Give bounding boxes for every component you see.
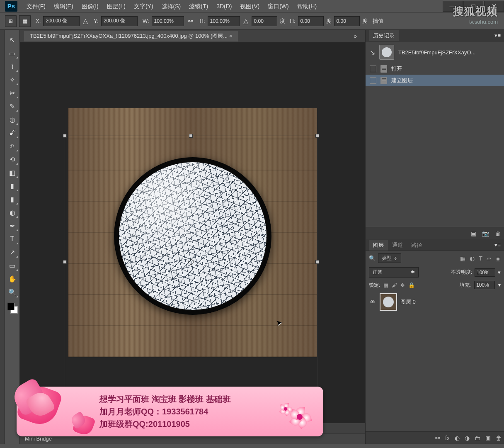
layer-effects-icon[interactable]: fx <box>445 435 450 441</box>
history-item-open[interactable]: 打开 <box>366 63 504 75</box>
gradient-tool[interactable]: ▮ <box>7 180 18 192</box>
filter-type-icon[interactable]: T <box>479 255 482 262</box>
paths-tab[interactable]: 路径 <box>407 240 426 251</box>
y-input[interactable] <box>101 16 138 26</box>
link-icon[interactable]: ⚯ <box>188 18 193 24</box>
h-input[interactable] <box>208 16 240 26</box>
lasso-tool[interactable]: ⌇ <box>7 61 18 72</box>
fill-input[interactable] <box>474 281 495 289</box>
lock-transparent-icon[interactable]: ▩ <box>383 282 388 288</box>
delta-icon[interactable]: △ <box>83 17 88 25</box>
history-snapshot-row[interactable]: ↘ TB2E5Ibf9FmpuFjSZFrXXayO... <box>366 41 504 63</box>
lock-pixels-icon[interactable]: 🖌 <box>392 282 397 288</box>
transform-icon[interactable]: ⊞ <box>5 15 17 27</box>
layers-list: 👁 图层 0 <box>366 291 504 431</box>
history-brush-tool[interactable]: ⟲ <box>7 153 18 165</box>
create-snapshot-icon[interactable]: 📷 <box>482 230 489 237</box>
search-icon[interactable]: 🔍 <box>369 255 376 261</box>
v-skew-input[interactable] <box>334 16 360 26</box>
create-document-icon[interactable]: ▣ <box>471 230 476 237</box>
menu-view[interactable]: 视图(V) <box>236 0 264 12</box>
reference-point-icon[interactable]: ▦ <box>19 15 31 27</box>
eyedropper-tool[interactable]: ✎ <box>7 100 18 112</box>
menu-type[interactable]: 文字(Y) <box>130 0 158 12</box>
ad-banner: 想学习平面班 淘宝班 影楼班 基础班 加月月老师QQ：1933561784 加班… <box>17 387 323 436</box>
delete-layer-icon[interactable]: 🗑 <box>496 435 502 441</box>
hand-tool[interactable]: ✋ <box>7 273 18 285</box>
layer-row[interactable]: 👁 图层 0 <box>366 291 504 313</box>
tab-overflow-icon[interactable]: » <box>349 33 361 39</box>
pen-tool[interactable]: ✒ <box>7 220 18 231</box>
fill-dropdown-icon[interactable]: ▾ <box>498 282 501 288</box>
filter-pixel-icon[interactable]: ▦ <box>460 255 465 262</box>
layers-tab[interactable]: 图层 <box>369 240 388 251</box>
history-tab-bar: 历史记录 ▾≡ <box>366 30 504 41</box>
history-checkbox-icon[interactable] <box>370 77 376 84</box>
filter-type-dropdown[interactable]: 类型≑ <box>378 253 401 263</box>
delete-state-icon[interactable]: 🗑 <box>495 230 501 237</box>
shape-tool[interactable]: ▭ <box>7 260 18 271</box>
rose-icon <box>8 378 62 432</box>
layers-tab-bar: 图层 通道 路径 ▾≡ <box>366 239 504 251</box>
adjustment-layer-icon[interactable]: ◑ <box>465 435 470 441</box>
menu-window[interactable]: 窗口(W) <box>264 0 293 12</box>
history-tab[interactable]: 历史记录 <box>369 30 399 41</box>
layer-mask-icon[interactable]: ◐ <box>455 435 460 441</box>
zoom-tool[interactable]: 🔍 <box>7 286 18 298</box>
transform-handle-ml[interactable] <box>63 260 67 264</box>
menu-edit[interactable]: 编辑(E) <box>50 0 78 12</box>
visibility-toggle-icon[interactable]: 👁 <box>369 299 376 305</box>
menu-select[interactable]: 选择(S) <box>158 0 185 12</box>
brush-tool[interactable]: 🖌 <box>7 127 18 139</box>
marquee-tool[interactable]: ▭ <box>7 47 18 59</box>
menu-filter[interactable]: 滤镜(T) <box>185 0 212 12</box>
filter-shape-icon[interactable]: ▱ <box>487 255 491 262</box>
x-input[interactable] <box>43 16 80 26</box>
foreground-color-icon[interactable] <box>7 303 15 310</box>
layers-panel-menu-icon[interactable]: ▾≡ <box>494 242 501 248</box>
doc-tab-bar: TB2E5Ibf9FmpuFjSZFrXXayOXXa_!!120976213.… <box>20 30 365 42</box>
opacity-input[interactable] <box>475 268 495 277</box>
crop-tool[interactable]: ✂ <box>7 87 18 99</box>
canvas-viewport[interactable]: ➤ <box>20 42 365 423</box>
stamp-tool[interactable]: ⎌ <box>7 140 18 152</box>
document-tab[interactable]: TB2E5Ibf9FmpuFjSZFrXXayOXXa_!!120976213.… <box>24 31 238 41</box>
opacity-dropdown-icon[interactable]: ▾ <box>498 269 501 275</box>
lock-all-icon[interactable]: 🔒 <box>408 282 415 288</box>
filter-smart-icon[interactable]: ▣ <box>495 255 501 262</box>
menu-layer[interactable]: 图层(L) <box>103 0 130 12</box>
history-brush-source-icon[interactable]: ↘ <box>370 49 375 56</box>
blur-tool[interactable]: ▮ <box>7 193 18 205</box>
move-tool[interactable]: ↖ <box>7 34 18 46</box>
w-input[interactable] <box>152 16 184 26</box>
banner-text: 想学习平面班 淘宝班 影楼班 基础班 加月月老师QQ：1933561784 加班… <box>99 393 231 430</box>
history-checkbox-icon[interactable] <box>370 66 376 72</box>
h-skew-input[interactable] <box>298 16 324 26</box>
filter-adjust-icon[interactable]: ◐ <box>470 255 475 262</box>
eraser-tool[interactable]: ◧ <box>7 167 18 178</box>
lock-position-icon[interactable]: ✥ <box>400 282 405 288</box>
history-item-new-layer[interactable]: 建立图层 <box>366 75 504 86</box>
angle-input[interactable] <box>252 16 277 26</box>
new-layer-icon[interactable]: ▣ <box>485 435 491 441</box>
magic-wand-tool[interactable]: ✧ <box>7 74 18 85</box>
menu-image[interactable]: 图像(I) <box>78 0 103 12</box>
menu-3d[interactable]: 3D(D) <box>212 0 236 12</box>
tool-rail <box>0 30 5 444</box>
layer-name[interactable]: 图层 0 <box>400 298 416 306</box>
history-panel-menu-icon[interactable]: ▾≡ <box>494 32 501 39</box>
dodge-tool[interactable]: ◐ <box>7 207 18 218</box>
healing-tool[interactable]: ◍ <box>7 114 18 125</box>
path-select-tool[interactable]: ↗ <box>7 246 18 258</box>
channels-tab[interactable]: 通道 <box>388 240 407 251</box>
menu-help[interactable]: 帮助(H) <box>293 0 321 12</box>
layer-thumbnail[interactable] <box>380 293 397 311</box>
blend-mode-dropdown[interactable]: 正常≑ <box>369 267 419 278</box>
link-layers-icon[interactable]: ⚯ <box>435 435 440 441</box>
color-swatch[interactable] <box>7 303 18 314</box>
right-panels: 搜狐视频 tv.sohu.com 历史记录 ▾≡ ↘ TB2E5Ibf9Fmpu… <box>365 30 504 444</box>
transform-handle-tl[interactable] <box>63 134 67 138</box>
menu-file[interactable]: 文件(F) <box>22 0 50 12</box>
type-tool[interactable]: T <box>7 233 18 245</box>
group-icon[interactable]: 🗀 <box>475 435 480 441</box>
